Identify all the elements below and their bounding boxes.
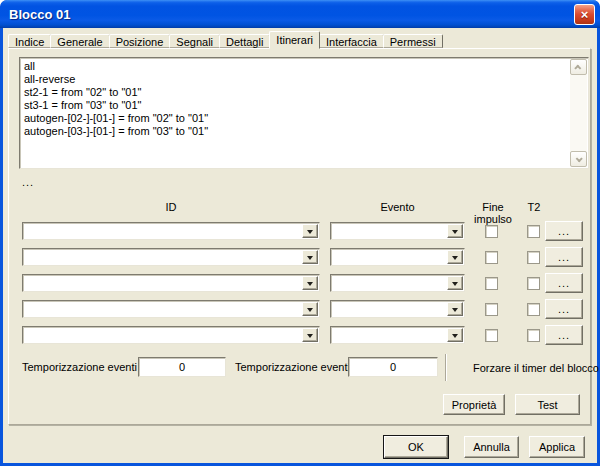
cancel-button[interactable]: Annulla — [464, 436, 519, 458]
chevron-down-icon[interactable] — [302, 302, 318, 316]
list-item[interactable]: st2-1 = from "02" to "01" — [22, 86, 569, 99]
id-combo[interactable] — [22, 300, 320, 318]
timer2-input[interactable] — [348, 357, 438, 377]
t2-checkbox[interactable] — [527, 277, 540, 290]
list-item[interactable]: autogen-[03-]-[01-] = from "03" to "01" — [22, 125, 569, 138]
list-item[interactable]: st3-1 = from "03" to "01" — [22, 99, 569, 112]
ellipsis-hint: ... — [22, 176, 34, 188]
t2-checkbox[interactable] — [527, 303, 540, 316]
row-more-button[interactable]: ... — [545, 221, 583, 241]
tab-dettagli[interactable]: Dettagli — [219, 34, 270, 48]
tab-permessi[interactable]: Permessi — [383, 34, 443, 48]
id-combo[interactable] — [22, 248, 320, 266]
close-icon[interactable]: × — [574, 4, 595, 25]
vertical-divider — [445, 354, 447, 381]
properties-button[interactable]: Proprietà — [443, 394, 505, 415]
list-item[interactable]: all — [22, 60, 569, 73]
force-timer-label: Forzare il timer del blocco — [473, 362, 599, 374]
tab-itinerari[interactable]: Itinerari — [269, 31, 320, 49]
vertical-scrollbar[interactable] — [570, 59, 587, 167]
fine-impulso-checkbox[interactable] — [485, 251, 498, 264]
column-header-fine-impulso: Fine impulso — [462, 201, 524, 225]
fine-impulso-checkbox[interactable] — [485, 329, 498, 342]
timer2-label: Temporizzazione eventi 2 — [235, 361, 359, 373]
routes-list: all all-reverse st2-1 = from "02" to "01… — [22, 60, 569, 166]
fine-impulso-checkbox[interactable] — [485, 303, 498, 316]
tab-indice[interactable]: Indice — [8, 34, 51, 48]
id-combo[interactable] — [22, 326, 320, 344]
tab-generale[interactable]: Generale — [50, 34, 109, 48]
column-header-id: ID — [22, 201, 320, 213]
chevron-down-icon[interactable] — [447, 250, 463, 264]
tab-posizione[interactable]: Posizione — [109, 34, 171, 48]
t2-checkbox[interactable] — [527, 329, 540, 342]
row-more-button[interactable]: ... — [545, 273, 583, 293]
title-bar[interactable]: Blocco 01 × — [0, 0, 600, 28]
timer1-label: Temporizzazione eventi 1 — [22, 361, 146, 373]
evento-combo[interactable] — [330, 274, 465, 292]
routes-listbox[interactable]: all all-reverse st2-1 = from "02" to "01… — [19, 57, 589, 169]
id-combo[interactable] — [22, 222, 320, 240]
row-more-button[interactable]: ... — [545, 247, 583, 267]
tab-interfaccia[interactable]: Interfaccia — [319, 34, 384, 48]
chevron-down-icon[interactable] — [447, 276, 463, 290]
row-more-button[interactable]: ... — [545, 325, 583, 345]
list-item[interactable]: all-reverse — [22, 73, 569, 86]
list-item[interactable]: autogen-[02-]-[01-] = from "02" to "01" — [22, 112, 569, 125]
chevron-down-icon[interactable] — [302, 224, 318, 238]
fine-impulso-checkbox[interactable] — [485, 277, 498, 290]
chevron-down-icon[interactable] — [447, 302, 463, 316]
id-combo[interactable] — [22, 274, 320, 292]
window-title: Blocco 01 — [9, 7, 70, 22]
row-more-button[interactable]: ... — [545, 299, 583, 319]
ok-button[interactable]: OK — [384, 436, 448, 458]
tab-segnali[interactable]: Segnali — [169, 34, 220, 48]
chevron-down-icon[interactable] — [447, 224, 463, 238]
column-header-t2: T2 — [524, 201, 544, 213]
fine-impulso-checkbox[interactable] — [485, 225, 498, 238]
column-header-evento: Evento — [330, 201, 465, 213]
chevron-down-icon[interactable] — [302, 276, 318, 290]
t2-checkbox[interactable] — [527, 225, 540, 238]
t2-checkbox[interactable] — [527, 251, 540, 264]
evento-combo[interactable] — [330, 222, 465, 240]
chevron-down-icon[interactable] — [447, 328, 463, 342]
timer1-input[interactable] — [138, 357, 226, 377]
tab-bar: Indice Generale Posizione Segnali Dettag… — [8, 31, 442, 48]
evento-combo[interactable] — [330, 326, 465, 344]
evento-combo[interactable] — [330, 300, 465, 318]
chevron-down-icon[interactable] — [302, 328, 318, 342]
dialog-window: Blocco 01 × Indice Generale Posizione Se… — [0, 0, 600, 466]
evento-combo[interactable] — [330, 248, 465, 266]
chevron-down-icon[interactable] — [302, 250, 318, 264]
scroll-up-icon[interactable] — [570, 59, 587, 75]
apply-button[interactable]: Applica — [529, 436, 585, 458]
scroll-down-icon[interactable] — [570, 151, 587, 167]
test-button[interactable]: Test — [515, 394, 580, 415]
